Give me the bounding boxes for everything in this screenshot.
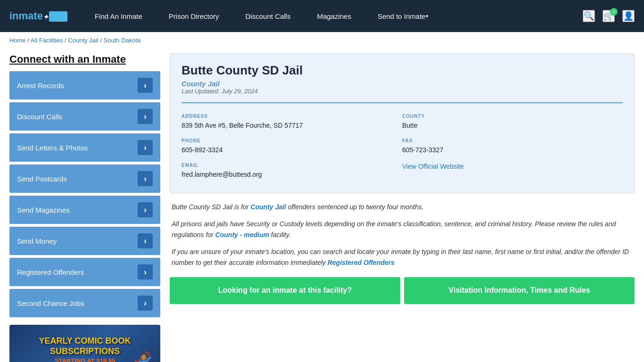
desc-para1-suffix: offenders sentenced up to twenty four mo… (286, 203, 424, 211)
sidebar: Connect with an Inmate Arrest Records › … (9, 53, 160, 362)
ad-title: YEARLY COMIC BOOKSUBSCRIPTIONS (39, 336, 131, 356)
breadcrumb-county-jail[interactable]: County Jail (68, 37, 98, 44)
main-content: Butte County SD Jail County Jail Last Up… (170, 53, 635, 362)
sidebar-label-arrest-records: Arrest Records (17, 82, 64, 90)
address-cell: ADDRESS 839 5th Ave #5, Belle Fourche, S… (182, 110, 402, 134)
arrow-icon-send-money: › (138, 233, 153, 248)
address-value: 839 5th Ave #5, Belle Fourche, SD 57717 (182, 121, 402, 131)
phone-label: PHONE (182, 138, 402, 143)
sidebar-advertisement[interactable]: YEARLY COMIC BOOKSUBSCRIPTIONS STARTING … (9, 325, 160, 362)
user-icon: 👤 (623, 11, 634, 21)
description-para3: If you are unsure of your inmate's locat… (172, 247, 633, 268)
header: inmate✦AID Find An Inmate Prison Directo… (0, 0, 644, 32)
county-medium-link[interactable]: County - medium (215, 231, 269, 239)
sidebar-item-registered-offenders[interactable]: Registered Offenders › (9, 258, 160, 286)
logo[interactable]: inmate✦AID (9, 10, 67, 22)
sidebar-menu: Arrest Records › Discount Calls › Send L… (9, 71, 160, 317)
county-value: Butte (402, 121, 623, 131)
facility-last-updated: Last Updated: July 29, 2024 (182, 88, 623, 95)
sidebar-item-send-letters[interactable]: Send Letters & Photos › (9, 133, 160, 162)
facility-info-grid: ADDRESS 839 5th Ave #5, Belle Fourche, S… (182, 102, 623, 183)
description-para2: All prisons and jails have Security or C… (172, 219, 633, 240)
sidebar-title: Connect with an Inmate (9, 53, 160, 66)
facility-type: County Jail (182, 80, 623, 88)
desc-para1-prefix: Butte County SD Jail is for (172, 203, 250, 211)
sidebar-label-registered-offenders: Registered Offenders (17, 268, 84, 276)
search-button[interactable]: 🔍 (583, 10, 595, 22)
facility-description: Butte County SD Jail is for County Jail … (170, 202, 635, 268)
phone-value: 605-892-3324 (182, 145, 402, 155)
user-button[interactable]: 👤 (622, 10, 635, 22)
desc-para2-suffix: facility. (269, 231, 291, 239)
sidebar-label-discount-calls: Discount Calls (17, 113, 62, 121)
sidebar-label-send-postcards: Send Postcards (17, 175, 67, 183)
email-cell: EMAIL fred.lamphere@buttesd.org (182, 159, 402, 183)
sidebar-item-second-chance-jobs[interactable]: Second Chance Jobs › (9, 289, 160, 317)
nav-discount-calls[interactable]: Discount Calls (232, 0, 304, 32)
sidebar-label-second-chance-jobs: Second Chance Jobs (17, 299, 84, 307)
nav-prison-directory[interactable]: Prison Directory (156, 0, 232, 32)
address-label: ADDRESS (182, 114, 402, 119)
fax-label: FAX (402, 138, 623, 143)
arrow-icon-send-letters: › (138, 140, 153, 155)
email-label: EMAIL (182, 163, 402, 168)
search-icon: 🔍 (584, 11, 594, 21)
header-icons: 🔍 🛒 0 👤 (583, 10, 635, 22)
email-value: fred.lamphere@buttesd.org (182, 170, 402, 180)
facility-name: Butte County SD Jail (182, 63, 623, 78)
ad-hero-icon: 🦸 (123, 353, 158, 362)
website-cell: View Official Website (402, 159, 623, 183)
arrow-icon-send-postcards: › (138, 171, 153, 186)
ad-subtitle: STARTING AT $19.95 (55, 357, 115, 362)
breadcrumb: Home / All Facilities / County Jail / So… (0, 32, 644, 49)
sidebar-item-send-magazines[interactable]: Send Magazines › (9, 196, 160, 224)
sidebar-label-send-money: Send Money (17, 237, 57, 245)
registered-offenders-link[interactable]: Registered Offenders (328, 259, 395, 266)
county-jail-link[interactable]: County Jail (250, 203, 286, 211)
description-para1: Butte County SD Jail is for County Jail … (172, 202, 633, 212)
sidebar-label-send-letters: Send Letters & Photos (17, 144, 88, 152)
main-nav: Find An Inmate Prison Directory Discount… (82, 0, 583, 32)
nav-send-to-inmate[interactable]: Send to Inmate (364, 0, 442, 32)
nav-find-inmate[interactable]: Find An Inmate (82, 0, 156, 32)
facility-card: Butte County SD Jail County Jail Last Up… (170, 53, 635, 193)
logo-aid-text: AID (49, 11, 67, 22)
sidebar-item-send-postcards[interactable]: Send Postcards › (9, 165, 160, 193)
cart-button[interactable]: 🛒 0 (603, 10, 615, 22)
arrow-icon-send-magazines: › (138, 202, 153, 217)
breadcrumb-south-dakota[interactable]: South Dakota (103, 37, 140, 44)
cart-badge: 0 (610, 8, 618, 16)
cta-buttons: Looking for an inmate at this facility? … (170, 277, 635, 304)
sidebar-item-discount-calls[interactable]: Discount Calls › (9, 102, 160, 131)
county-label: COUNTY (402, 114, 623, 119)
main-layout: Connect with an Inmate Arrest Records › … (0, 49, 644, 362)
find-inmate-cta-button[interactable]: Looking for an inmate at this facility? (170, 277, 400, 304)
arrow-icon-discount-calls: › (138, 109, 153, 124)
website-link[interactable]: View Official Website (402, 163, 464, 170)
breadcrumb-home[interactable]: Home (9, 37, 26, 44)
sidebar-label-send-magazines: Send Magazines (17, 206, 70, 214)
sidebar-item-arrest-records[interactable]: Arrest Records › (9, 71, 160, 99)
nav-magazines[interactable]: Magazines (304, 0, 364, 32)
logo-text: inmate✦AID (9, 10, 67, 22)
arrow-icon-arrest-records: › (138, 78, 153, 93)
visitation-cta-button[interactable]: Visitation Information, Times and Rules (404, 277, 635, 304)
fax-value: 605-723-3327 (402, 145, 623, 155)
sidebar-item-send-money[interactable]: Send Money › (9, 227, 160, 255)
phone-cell: PHONE 605-892-3324 (182, 134, 402, 159)
fax-cell: FAX 605-723-3327 (402, 134, 623, 159)
arrow-icon-registered-offenders: › (138, 264, 153, 280)
desc-para3-prefix: If you are unsure of your inmate's locat… (172, 248, 629, 266)
county-cell: COUNTY Butte (402, 110, 623, 134)
breadcrumb-all-facilities[interactable]: All Facilities (31, 37, 63, 44)
arrow-icon-second-chance-jobs: › (138, 296, 153, 311)
